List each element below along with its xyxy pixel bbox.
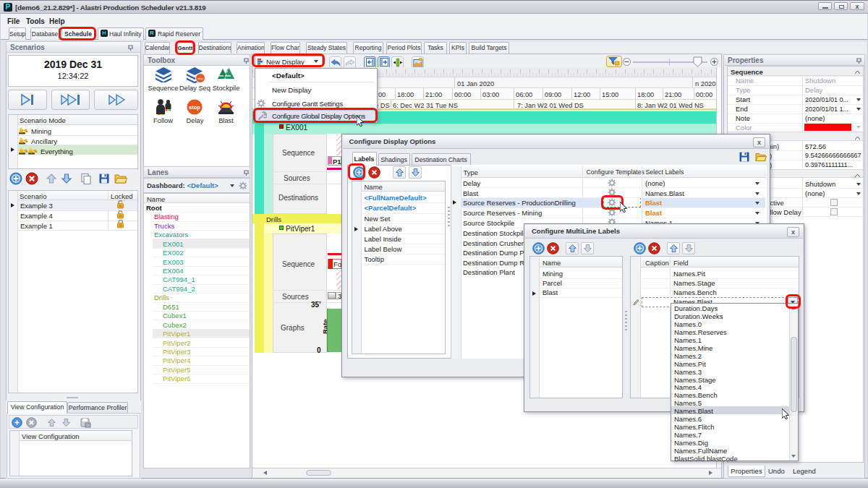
svg-text:stop: stop xyxy=(189,104,200,111)
svg-text:stop: stop xyxy=(197,77,203,80)
